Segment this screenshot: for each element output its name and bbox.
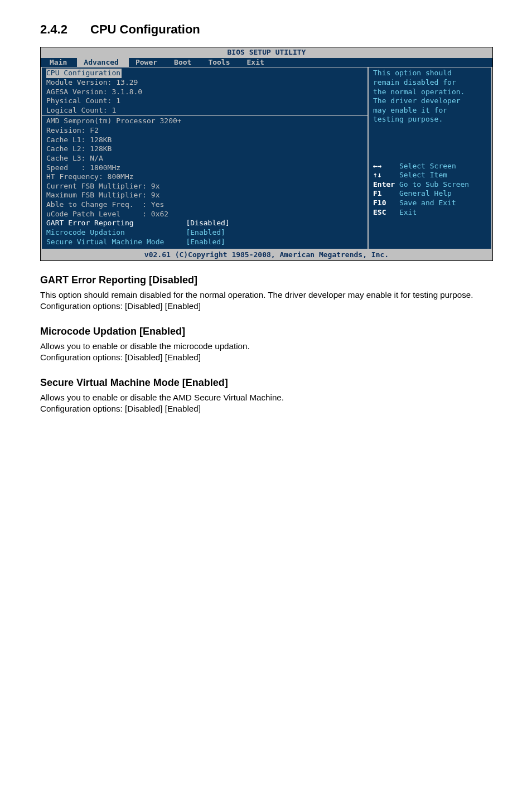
subsection-heading-1: Microcode Updation [Enabled] (40, 326, 492, 337)
section-number: 2.4.2 (40, 22, 90, 37)
tab-main[interactable]: Main (43, 58, 77, 67)
subsection-body-0: This option should remain disabled for t… (40, 289, 492, 312)
bios-nav-key: F1 (373, 189, 395, 197)
bios-nav-key: ESC (373, 208, 395, 216)
bios-nav-key: ↑↓ (373, 171, 395, 179)
bios-footer: v02.61 (C)Copyright 1985-2008, American … (41, 250, 492, 260)
bios-nav-text: Select Screen (399, 162, 456, 170)
subsection-heading-2: Secure Virtual Machine Mode [Enabled] (40, 377, 492, 389)
bios-nav-key: Enter (373, 180, 395, 189)
tab-power[interactable]: Power (129, 58, 167, 67)
bios-nav-text: Save and Exit (399, 199, 456, 207)
bios-nav-key: ←→ (373, 162, 395, 170)
bios-setting[interactable]: Secure Virtual Machine Mode [Enabled] (46, 238, 225, 246)
tab-exit[interactable]: Exit (240, 58, 274, 67)
bios-nav-text: Go to Sub Screen (399, 180, 469, 189)
bios-nav-key: F10 (373, 199, 395, 207)
bios-group-title: CPU Configuration (46, 69, 122, 78)
tab-boot[interactable]: Boot (167, 58, 201, 67)
subsection-body-2: Allows you to enable or disable the AMD … (40, 392, 492, 415)
bios-setting[interactable]: GART Error Reporting [Disabled] (46, 219, 230, 227)
subsection-body-1: Allows you to enable or disable the micr… (40, 341, 492, 364)
bios-right-pane: This option should remain disabled for t… (367, 67, 492, 250)
bios-nav-text: General Help (399, 189, 452, 197)
bios-setting[interactable]: Microcode Updation [Enabled] (46, 228, 225, 236)
bios-tabs: Main Advanced Power Boot Tools Exit (41, 58, 492, 67)
bios-nav-text: Select Item (399, 171, 447, 179)
tab-advanced[interactable]: Advanced (77, 58, 129, 67)
bios-screenshot: BIOS SETUP UTILITY Main Advanced Power B… (40, 47, 493, 261)
bios-nav-text: Exit (399, 208, 417, 216)
section-heading: 2.4.2CPU Configuration (40, 22, 492, 37)
section-title-text: CPU Configuration (90, 22, 200, 36)
tab-tools[interactable]: Tools (201, 58, 240, 67)
subsection-heading-0: GART Error Reporting [Disabled] (40, 274, 492, 286)
bios-header: BIOS SETUP UTILITY (41, 47, 492, 58)
bios-left-pane: CPU Configuration Module Version: 13.29 … (41, 67, 367, 250)
bios-help-text: This option should remain disabled for t… (373, 69, 465, 123)
